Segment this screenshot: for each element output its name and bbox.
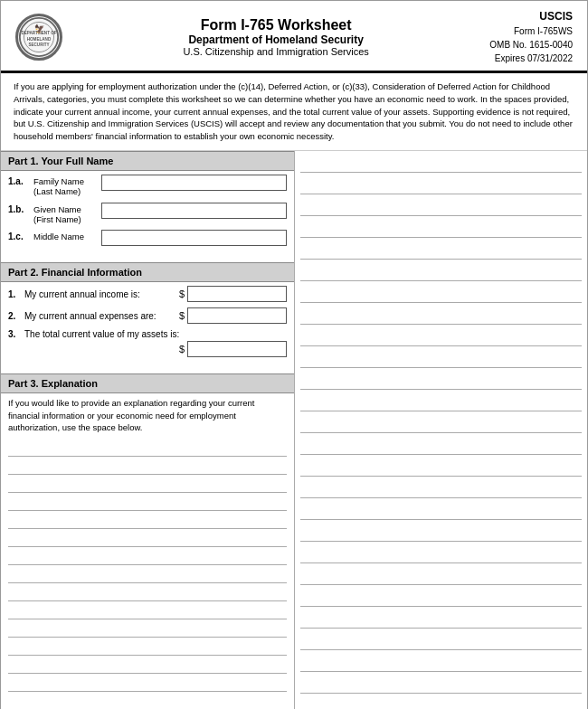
part1-header: Part 1. Your Full Name (1, 151, 294, 171)
right-line-4 (300, 220, 582, 238)
part2-section: 1. My current annual income is: $ 2. My … (1, 282, 294, 366)
agency-name: U.S. Citizenship and Immigration Service… (62, 46, 489, 57)
exp-line-1 (8, 439, 287, 457)
expires-label: Expires 07/31/2022 (489, 52, 573, 65)
part1-section: 1.a. Family Name(Last Name) 1.b. Given N… (1, 171, 294, 256)
exp-line-5 (8, 511, 287, 529)
right-line-3 (300, 198, 582, 216)
exp-line-11 (8, 619, 287, 638)
right-line-16 (300, 480, 582, 498)
exp-line-12 (8, 638, 287, 656)
right-line-23 (300, 632, 582, 650)
total-assets-input[interactable] (187, 341, 287, 357)
right-line-18 (300, 524, 582, 542)
exp-line-7 (8, 547, 287, 565)
part2-num-3: 3. (8, 329, 24, 339)
form-id-label: Form I-765WS (489, 24, 573, 38)
form-title: Form I-765 Worksheet (62, 17, 489, 33)
given-name-input[interactable] (101, 203, 287, 219)
svg-text:SECURITY: SECURITY (28, 43, 49, 47)
part2-dollar-1: $ (179, 288, 185, 299)
part1-label-1b: Given Name(First Name) (33, 203, 101, 225)
uscis-label: USCIS (489, 8, 573, 24)
part2-row-3: 3. The total current value of my assets … (8, 329, 287, 357)
part1-num-1b: 1.b. (8, 203, 33, 214)
part1-label-1a: Family Name(Last Name) (33, 175, 101, 197)
part1-row-1c: 1.c. Middle Name (8, 230, 287, 246)
explanation-lines-left (1, 439, 294, 709)
right-line-26 (300, 697, 582, 709)
part2-label-1: My current annual income is: (24, 289, 179, 299)
right-line-22 (300, 610, 582, 629)
uscis-seal: DEPARTMENT OF HOMELAND SECURITY 🦅 (15, 14, 62, 61)
part2-label-3: The total current value of my assets is: (24, 329, 287, 339)
part2-num-2: 2. (8, 311, 24, 321)
annual-expenses-input[interactable] (187, 307, 287, 324)
omb-label: OMB No. 1615-0040 (489, 38, 573, 52)
left-column: Part 1. Your Full Name 1.a. Family Name(… (1, 151, 295, 709)
exp-line-14 (8, 674, 287, 692)
part1-num-1a: 1.a. (8, 175, 33, 186)
annual-income-input[interactable] (187, 286, 287, 302)
svg-text:🦅: 🦅 (34, 23, 45, 33)
header-center: Form I-765 Worksheet Department of Homel… (62, 17, 489, 57)
svg-text:HOMELAND: HOMELAND (27, 36, 52, 41)
right-line-17 (300, 502, 582, 520)
part2-dollar-3: $ (179, 344, 185, 354)
right-line-25 (300, 676, 582, 694)
right-line-15 (300, 458, 582, 477)
exp-line-15 (8, 692, 287, 709)
part1-label-1c: Middle Name (33, 230, 101, 241)
exp-line-9 (8, 583, 287, 601)
right-column (295, 151, 587, 709)
right-line-8 (300, 307, 582, 325)
part1-row-1b: 1.b. Given Name(First Name) (8, 203, 287, 225)
main-columns: Part 1. Your Full Name 1.a. Family Name(… (1, 151, 587, 709)
header: DEPARTMENT OF HOMELAND SECURITY 🦅 Form I… (1, 1, 587, 73)
right-line-14 (300, 437, 582, 455)
right-line-21 (300, 589, 582, 607)
dept-name: Department of Homeland Security (62, 33, 489, 46)
family-name-input[interactable] (101, 175, 287, 191)
right-line-12 (300, 393, 582, 411)
exp-line-3 (8, 475, 287, 493)
exp-line-10 (8, 601, 287, 619)
part2-label-2: My current annual expenses are: (24, 311, 179, 321)
header-right: USCIS Form I-765WS OMB No. 1615-0040 Exp… (489, 8, 573, 65)
part2-row-3-bottom: $ (8, 341, 287, 357)
exp-line-2 (8, 457, 287, 475)
right-line-6 (300, 263, 582, 281)
right-line-7 (300, 285, 582, 303)
right-line-10 (300, 350, 582, 368)
part2-row-1: 1. My current annual income is: $ (8, 286, 287, 302)
right-line-1 (300, 155, 582, 173)
part2-row-2: 2. My current annual expenses are: $ (8, 307, 287, 324)
right-line-9 (300, 328, 582, 346)
right-line-11 (300, 372, 582, 390)
part1-row-1a: 1.a. Family Name(Last Name) (8, 175, 287, 197)
part3-explanation-text: If you would like to provide an explanat… (1, 393, 294, 439)
part2-header: Part 2. Financial Information (1, 262, 294, 282)
intro-text: If you are applying for employment autho… (1, 73, 587, 151)
middle-name-input[interactable] (101, 230, 287, 246)
part1-num-1c: 1.c. (8, 230, 33, 241)
right-line-19 (300, 545, 582, 563)
exp-line-6 (8, 529, 287, 547)
part3-header: Part 3. Explanation (1, 373, 294, 393)
exp-line-13 (8, 656, 287, 674)
right-line-5 (300, 241, 582, 260)
part2-dollar-2: $ (179, 310, 185, 321)
exp-line-4 (8, 493, 287, 511)
part2-num-1: 1. (8, 289, 24, 299)
exp-line-8 (8, 565, 287, 583)
page: DEPARTMENT OF HOMELAND SECURITY 🦅 Form I… (0, 0, 588, 709)
right-line-24 (300, 654, 582, 672)
right-line-20 (300, 567, 582, 585)
right-line-2 (300, 176, 582, 194)
part2-row-3-top: 3. The total current value of my assets … (8, 329, 287, 339)
right-line-13 (300, 415, 582, 433)
